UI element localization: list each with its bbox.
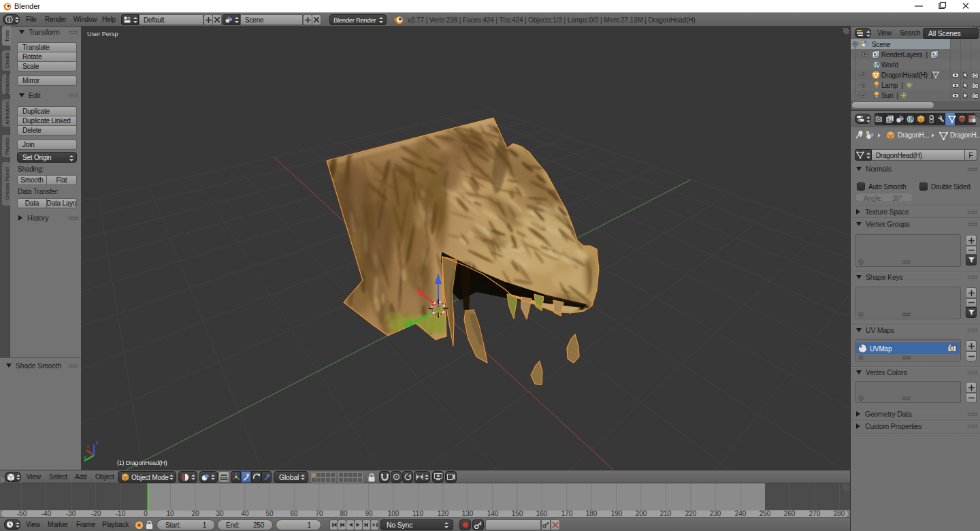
svg-text:40: 40	[241, 510, 249, 517]
svg-text:(1) DragonHead(H): (1) DragonHead(H)	[117, 460, 167, 466]
svg-text:0: 0	[144, 510, 148, 517]
svg-text:y: y	[84, 455, 86, 460]
svg-text:220: 220	[685, 510, 697, 517]
svg-text:50: 50	[265, 510, 274, 517]
svg-text:200: 200	[636, 510, 647, 517]
svg-text:150: 150	[512, 510, 523, 517]
svg-text:100: 100	[388, 510, 399, 517]
svg-text:80: 80	[340, 510, 348, 517]
svg-text:User Persp: User Persp	[87, 30, 118, 37]
svg-text:170: 170	[561, 510, 573, 517]
svg-text:20: 20	[191, 510, 199, 517]
svg-text:-50: -50	[17, 510, 27, 517]
svg-text:-30: -30	[66, 510, 76, 517]
svg-text:160: 160	[536, 510, 548, 517]
svg-text:110: 110	[412, 510, 423, 517]
svg-text:70: 70	[315, 510, 323, 517]
svg-text:DragonH...: DragonH...	[950, 131, 980, 139]
svg-text:DragonH...: DragonH...	[898, 131, 929, 139]
svg-text:-20: -20	[91, 510, 101, 517]
svg-text:-10: -10	[116, 510, 126, 517]
svg-text:270: 270	[809, 510, 821, 517]
svg-text:90: 90	[365, 510, 373, 517]
svg-text:240: 240	[735, 510, 747, 517]
svg-text:130: 130	[462, 510, 474, 517]
svg-text:z: z	[96, 440, 99, 445]
svg-text:30: 30	[216, 510, 224, 517]
svg-text:210: 210	[660, 510, 672, 517]
svg-text:260: 260	[784, 510, 796, 517]
svg-text:230: 230	[710, 510, 721, 517]
svg-text:280: 280	[834, 510, 845, 517]
svg-text:180: 180	[586, 510, 598, 517]
svg-text:x: x	[87, 444, 90, 449]
svg-text:-40: -40	[42, 510, 52, 517]
svg-text:60: 60	[290, 510, 298, 517]
svg-text:10: 10	[166, 510, 174, 517]
svg-text:190: 190	[611, 510, 623, 517]
svg-text:250: 250	[760, 510, 771, 517]
svg-text:120: 120	[438, 510, 449, 517]
svg-text:140: 140	[487, 510, 499, 517]
